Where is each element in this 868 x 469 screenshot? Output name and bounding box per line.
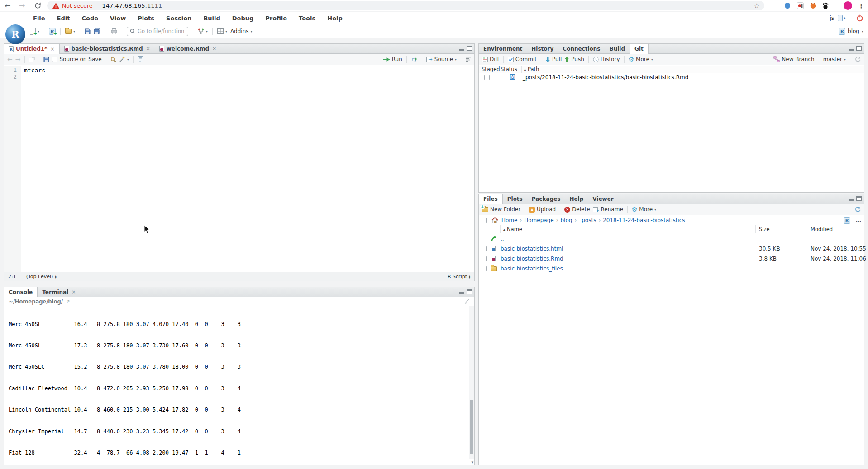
breadcrumb-homepage[interactable]: Homepage (524, 217, 553, 223)
extension-door-icon[interactable] (797, 2, 804, 9)
file-checkbox[interactable] (482, 266, 487, 271)
maximize-pane-icon[interactable] (856, 46, 862, 51)
code-tools-caret-icon[interactable]: ▾ (127, 57, 129, 62)
browser-back-icon[interactable]: ← (5, 0, 10, 11)
git-file-path[interactable]: _posts/2018-11-24-basic-biostatistics/ba… (523, 74, 688, 81)
delete-button[interactable]: ✕ Delete (564, 206, 590, 213)
more-caret-icon[interactable]: ▾ (651, 57, 653, 62)
folder-row[interactable]: basic-biostatistics_files (479, 264, 864, 274)
clear-console-icon[interactable] (463, 299, 470, 305)
forward-icon[interactable]: → (15, 56, 21, 63)
folder-name-link[interactable]: basic-biostatistics_files (501, 264, 563, 274)
tab-git[interactable]: Git (630, 44, 649, 54)
addins-button[interactable]: Addins ▾ (230, 28, 252, 34)
popout-window-icon[interactable] (29, 57, 35, 62)
commit-button[interactable]: Commit (508, 56, 537, 62)
tab-connections[interactable]: Connections (558, 44, 605, 53)
files-refresh-icon[interactable] (854, 206, 861, 213)
menu-file[interactable]: File (27, 15, 51, 22)
find-replace-icon[interactable] (110, 57, 116, 62)
source-caret-icon[interactable]: ▾ (455, 57, 457, 62)
parent-directory-label[interactable]: .. (501, 234, 504, 244)
checkbox-icon[interactable] (52, 57, 57, 62)
browser-menu-icon[interactable]: ⋮ (858, 2, 864, 9)
staged-checkbox[interactable] (484, 75, 490, 80)
open-file-button[interactable]: ▾ (65, 29, 75, 34)
browser-refresh-icon[interactable] (34, 2, 41, 9)
menu-session[interactable]: Session (160, 15, 197, 22)
extension-fox-icon[interactable] (810, 2, 816, 9)
goto-file-search[interactable] (127, 27, 188, 36)
menu-plots[interactable]: Plots (132, 15, 160, 22)
menu-tools[interactable]: Tools (293, 15, 321, 22)
parent-directory-row[interactable]: .. (479, 234, 864, 244)
new-file-caret-icon[interactable]: ▾ (38, 29, 39, 33)
menu-help[interactable]: Help (321, 15, 348, 22)
source-button[interactable]: Source ▾ (426, 56, 457, 62)
tab-untitled1[interactable]: R Untitled1* × (4, 44, 60, 54)
console-scrollbar[interactable] (469, 306, 474, 459)
branch-selector[interactable]: master ▾ (823, 56, 846, 62)
menu-edit[interactable]: Edit (51, 15, 76, 22)
maximize-pane-icon[interactable] (467, 289, 472, 294)
browser-forward-icon[interactable]: → (19, 0, 25, 11)
file-row-rmd[interactable]: basic-biostatistics.Rmd 3.8 KB Nov 24, 2… (479, 254, 864, 264)
tab-help[interactable]: Help (565, 194, 588, 204)
new-file-button[interactable]: + ▾ (30, 28, 39, 35)
breadcrumb-home[interactable]: Home (501, 217, 517, 223)
menu-profile[interactable]: Profile (259, 15, 293, 22)
project-caret-icon[interactable]: ▾ (862, 29, 863, 33)
source-on-save-checkbox[interactable]: Source on Save (52, 56, 101, 62)
modified-column-header[interactable]: Modified (811, 226, 833, 232)
file-row-html[interactable]: basic-biostatistics.html 30.5 KB Nov 24,… (479, 244, 864, 254)
file-name-link[interactable]: basic-biostatistics.Rmd (501, 254, 563, 264)
files-more-caret-icon[interactable]: ▾ (654, 208, 656, 212)
status-column-header[interactable]: Status (501, 66, 517, 72)
profile-avatar[interactable] (844, 1, 852, 10)
bookmark-star-icon[interactable]: ☆ (754, 2, 760, 10)
file-name-link[interactable]: basic-biostatistics.html (501, 244, 563, 254)
workspace-panes-button[interactable]: ▾ (217, 28, 227, 34)
goto-file-input[interactable] (138, 28, 185, 34)
tab-basic-biostatistics-rmd[interactable]: basic-biostatistics.Rmd × (60, 44, 155, 53)
path-column-header[interactable]: ▴ Path (524, 66, 539, 72)
scrollbar-thumb[interactable] (470, 400, 473, 454)
panes-caret-icon[interactable]: ▾ (225, 29, 227, 33)
rerun-button[interactable] (411, 57, 418, 62)
new-project-button[interactable]: R+ (49, 28, 56, 35)
extension-shield-icon[interactable] (784, 2, 791, 9)
tab-history[interactable]: History (527, 44, 558, 53)
tab-files[interactable]: Files (479, 194, 503, 204)
new-branch-button[interactable]: New Branch (773, 56, 814, 62)
save-file-icon[interactable] (43, 57, 49, 62)
extension-gnome-foot-icon[interactable] (822, 2, 829, 9)
refresh-icon[interactable] (854, 56, 861, 62)
not-secure-label[interactable]: Not secure (62, 2, 92, 9)
close-icon[interactable]: × (212, 46, 216, 52)
close-icon[interactable]: × (146, 46, 150, 52)
filetype-selector[interactable]: R Script ▴▾ (448, 274, 470, 280)
url-port[interactable]: :1111 (145, 2, 162, 9)
save-button[interactable] (85, 28, 91, 34)
minimize-pane-icon[interactable] (849, 199, 854, 201)
back-icon[interactable]: ← (7, 56, 13, 63)
tab-viewer[interactable]: Viewer (588, 194, 618, 204)
rename-button[interactable]: Rename (593, 206, 623, 213)
breadcrumb-post-folder[interactable]: 2018-11-24-basic-biostatistics (603, 217, 685, 223)
minimize-pane-icon[interactable] (849, 49, 854, 51)
sign-out-icon[interactable] (838, 15, 846, 21)
file-checkbox[interactable] (482, 256, 487, 261)
branch-caret-icon[interactable]: ▾ (844, 57, 846, 62)
upload-button[interactable]: ▲ Upload (529, 206, 556, 213)
minimize-pane-icon[interactable] (459, 292, 464, 294)
new-folder-button[interactable]: + New Folder (482, 206, 520, 213)
version-control-button[interactable]: ▾ (198, 28, 208, 34)
history-button[interactable]: History (593, 56, 620, 62)
file-checkbox[interactable] (482, 246, 487, 251)
push-button[interactable]: Push (564, 56, 584, 62)
tab-packages[interactable]: Packages (527, 194, 565, 204)
tab-terminal[interactable]: Terminal × (38, 287, 80, 297)
run-button[interactable]: Run (383, 56, 402, 62)
name-column-header[interactable]: ▴ Name (503, 226, 522, 232)
diff-button[interactable]: Diff (482, 56, 499, 62)
